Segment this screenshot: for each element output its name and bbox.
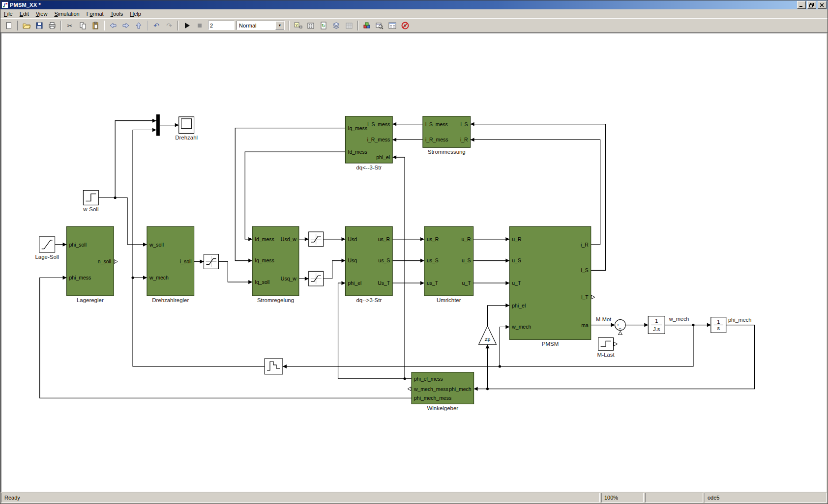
up-button[interactable] xyxy=(133,20,145,31)
toolbar-separator xyxy=(60,21,61,30)
back-button[interactable] xyxy=(107,20,119,31)
block-label-strommessung[interactable]: Strommessung xyxy=(428,149,466,155)
wire-arrowhead xyxy=(392,155,396,159)
block-label-dq-to-3str[interactable]: dq-->3-Str xyxy=(356,297,382,303)
menu-tools[interactable]: Tools xyxy=(107,10,127,18)
restore-button[interactable] xyxy=(807,1,816,9)
library-browser-button[interactable] xyxy=(361,20,373,31)
simulation-stop-time-input[interactable] xyxy=(208,21,235,30)
port-label-phi_el: phi_el xyxy=(348,280,361,286)
status-message: Ready xyxy=(1,493,600,503)
port-label-phi_mech: phi_mech xyxy=(449,387,472,392)
wire[interactable] xyxy=(487,306,509,326)
wire[interactable] xyxy=(115,121,156,198)
wire-arrowhead xyxy=(342,281,346,285)
open-port-sum-minus-input[interactable] xyxy=(619,331,622,335)
menu-edit[interactable]: Edit xyxy=(16,10,32,18)
model-canvas[interactable]: phi_sollphi_messn_sollLagereglerw_sollw_… xyxy=(0,32,828,492)
wire[interactable] xyxy=(392,157,405,379)
redo-button[interactable]: ↷ xyxy=(163,20,175,31)
open-button[interactable] xyxy=(21,20,32,31)
menu-format[interactable]: Format xyxy=(83,10,107,18)
wire[interactable] xyxy=(324,261,346,279)
close-button[interactable] xyxy=(818,1,827,9)
block-stairs[interactable] xyxy=(265,359,283,374)
library-links-button[interactable] xyxy=(330,20,342,31)
port-label-Iq_mess: Iq_mess xyxy=(348,126,367,131)
open-port-M-Last[interactable] xyxy=(614,342,618,346)
find-button[interactable] xyxy=(374,20,385,31)
block-label-m-last[interactable]: M-Last xyxy=(597,352,615,358)
minimize-button[interactable] xyxy=(797,1,806,9)
block-diagram[interactable]: phi_sollphi_messn_sollLagereglerw_sollw_… xyxy=(1,33,827,492)
wire-arrowhead xyxy=(471,138,474,141)
print-button[interactable] xyxy=(46,20,58,31)
port-label-phi_mech_mess: phi_mech_mess xyxy=(414,395,451,401)
open-port-n_soll[interactable] xyxy=(114,260,118,264)
mux-block[interactable] xyxy=(156,114,160,136)
wire-arrowhead xyxy=(152,119,156,123)
wire-arrowhead xyxy=(471,122,474,126)
stop-simulation-button[interactable] xyxy=(194,20,206,31)
forward-button[interactable] xyxy=(120,20,132,31)
new-model-button[interactable] xyxy=(3,20,15,31)
undo-button[interactable]: ↶ xyxy=(150,20,162,31)
signal-label-M-Mot[interactable]: M-Mot xyxy=(596,316,611,322)
stop-debug-button[interactable] xyxy=(399,20,411,31)
menu-file[interactable]: File xyxy=(0,10,16,18)
block-strommessung[interactable] xyxy=(423,116,471,148)
update-diagram-button[interactable]: ↻ xyxy=(318,20,329,31)
scope-screen-icon xyxy=(181,119,192,129)
port-label-u_T: u_T xyxy=(512,280,521,286)
block-pmsm[interactable] xyxy=(509,226,591,339)
open-port-w_mech_mess[interactable] xyxy=(408,387,411,391)
port-label-u_S: u_S xyxy=(462,258,471,264)
wire[interactable] xyxy=(245,152,345,239)
block-label-winkelgeber[interactable]: Winkelgeber xyxy=(427,405,458,411)
block-label-w-soll[interactable]: w-Soll xyxy=(83,206,98,212)
port-label-Usd_w: Usd_w xyxy=(281,237,296,242)
block-label-pmsm[interactable]: PMSM xyxy=(542,341,559,347)
port-label-i_soll: i_soll xyxy=(180,259,192,265)
block-label-lageregler[interactable]: Lageregler xyxy=(77,297,104,303)
build-button[interactable] xyxy=(305,20,317,31)
copy-button[interactable] xyxy=(77,20,89,31)
port-label-u_T: u_T xyxy=(462,280,472,286)
block-label-stromregelung[interactable]: Stromregelung xyxy=(257,297,294,303)
simulation-mode-dropdown[interactable]: Normal ▼ xyxy=(237,21,285,30)
block-label-drehzahlregler[interactable]: Drehzahlregler xyxy=(152,297,189,303)
signal-selector-button[interactable]: Y xyxy=(292,20,304,31)
start-simulation-button[interactable] xyxy=(181,20,193,31)
disabled-grid-button[interactable] xyxy=(343,20,355,31)
wire-arrowhead xyxy=(485,344,489,348)
port-label-Iq_mess: Iq_mess xyxy=(255,258,274,264)
block-label-umrichter[interactable]: Umrichter xyxy=(437,297,461,303)
wire[interactable] xyxy=(500,327,509,366)
wire-arrowhead xyxy=(283,364,287,368)
wire[interactable] xyxy=(218,262,252,282)
port-label-us_R: us_R xyxy=(427,237,439,242)
port-label-us_S: us_S xyxy=(378,258,390,264)
block-label-scope-drehzahl[interactable]: Drehzahl xyxy=(175,135,198,140)
port-label-w_mech_mess: w_mech_mess xyxy=(414,387,448,392)
signal-label-phi_mech[interactable]: phi_mech xyxy=(728,317,751,323)
model-browser-button[interactable] xyxy=(386,20,398,31)
save-button[interactable] xyxy=(33,20,45,31)
chevron-down-icon[interactable]: ▼ xyxy=(275,21,284,29)
paste-button[interactable] xyxy=(89,20,101,31)
port-label-Usq_w: Usq_w xyxy=(281,276,296,281)
port-label-i_S_mess: i_S_mess xyxy=(367,122,390,127)
cut-button[interactable]: ✂ xyxy=(64,20,76,31)
port-label-phi_soll: phi_soll xyxy=(69,242,87,248)
port-label-Id_mess: Id_mess xyxy=(255,237,274,242)
signal-label-w_mech[interactable]: w_mech xyxy=(669,316,689,322)
menu-simulation[interactable]: Simulation xyxy=(51,10,83,18)
menu-view[interactable]: View xyxy=(32,10,51,18)
block-label-dq-from-3str[interactable]: dq<--3-Str xyxy=(356,165,382,170)
wire-arrowhead xyxy=(63,276,67,280)
fraction-denominator: J.s xyxy=(653,326,660,332)
menu-help[interactable]: Help xyxy=(126,10,145,18)
block-label-lage-soll[interactable]: Lage-Soll xyxy=(35,254,59,260)
port-label-Id_mess: Id_mess xyxy=(348,149,367,155)
open-port-i_T[interactable] xyxy=(591,295,595,299)
